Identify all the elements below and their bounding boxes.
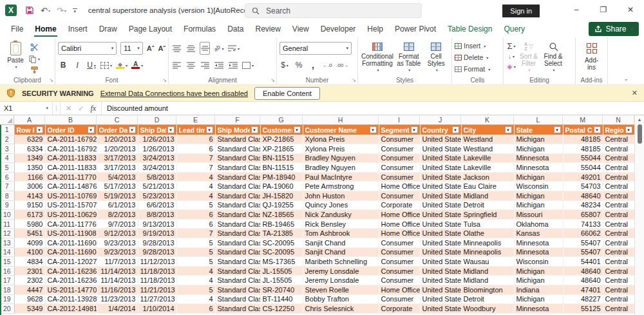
tab-view[interactable]: View: [287, 21, 315, 37]
cell[interactable]: 3/17/2013: [97, 153, 138, 163]
tab-table-design[interactable]: Table Design: [442, 21, 498, 37]
filter-dropdown-icon[interactable]: ▼: [167, 126, 175, 133]
cell[interactable]: 5: [176, 247, 215, 257]
paste-button[interactable]: Paste ▾: [3, 40, 28, 75]
cell[interactable]: Standard Class: [215, 257, 260, 267]
cell[interactable]: Standard Class: [215, 144, 260, 154]
cell[interactable]: 1/4/2014: [97, 304, 138, 314]
undo-icon[interactable]: ↶▾: [39, 5, 52, 16]
cell[interactable]: CA-2011-116904: [45, 238, 97, 248]
cell[interactable]: 4447: [14, 285, 45, 295]
cell[interactable]: Minnesota: [514, 304, 563, 314]
cell[interactable]: Standard Class: [215, 172, 260, 182]
cell[interactable]: Central: [603, 285, 634, 295]
cell[interactable]: Michigan: [514, 294, 563, 304]
enable-content-button[interactable]: Enable Content: [254, 87, 320, 100]
filter-dropdown-icon[interactable]: ▼: [370, 126, 377, 133]
cell[interactable]: 6: [176, 210, 215, 220]
cell[interactable]: JL-15505: [260, 276, 303, 285]
format-painter-button[interactable]: [28, 64, 40, 75]
tab-insert[interactable]: Insert: [62, 21, 93, 37]
table-header-cell[interactable]: Order Date▼: [97, 125, 138, 135]
filter-dropdown-icon[interactable]: ▼: [294, 126, 301, 133]
orientation-button[interactable]: ab▾: [214, 42, 224, 55]
cell[interactable]: 5349: [14, 304, 45, 314]
cell[interactable]: 9/7/2013: [97, 219, 138, 229]
search-input[interactable]: Search: [245, 3, 422, 18]
table-header-cell[interactable]: Ship Mode▼: [215, 125, 260, 135]
cell[interactable]: Jackson: [461, 172, 514, 182]
cell[interactable]: United States: [420, 219, 461, 229]
cell-styles-button[interactable]: Cell Styles ▾: [423, 40, 449, 75]
cell[interactable]: BN-11515: [260, 153, 303, 163]
customize-quick-access-icon[interactable]: ▾: [71, 8, 79, 14]
cell[interactable]: Indiana: [514, 285, 563, 295]
name-box[interactable]: X1 ▾: [0, 102, 53, 115]
column-letter-J[interactable]: J: [420, 115, 461, 124]
column-letter-A[interactable]: A: [14, 115, 45, 124]
cell[interactable]: Central: [603, 276, 634, 285]
cell[interactable]: Central: [603, 172, 634, 182]
cell[interactable]: 48185: [563, 135, 603, 144]
cell[interactable]: United States: [420, 285, 461, 295]
cell[interactable]: Central: [603, 247, 634, 257]
cell[interactable]: 48640: [563, 276, 603, 285]
cell[interactable]: 3006: [14, 182, 45, 191]
delete-cells-button[interactable]: Delete▾: [455, 52, 500, 62]
cell[interactable]: Central: [603, 182, 634, 191]
cell[interactable]: 9/23/2013: [97, 247, 138, 257]
cell[interactable]: SR-20740: [260, 285, 303, 295]
column-letter-I[interactable]: I: [379, 115, 420, 124]
column-letter-L[interactable]: L: [514, 115, 563, 124]
cell[interactable]: Missouri: [514, 210, 563, 220]
cell[interactable]: 55407: [563, 238, 603, 248]
filter-dropdown-icon[interactable]: ▼: [88, 126, 95, 133]
cell[interactable]: Midland: [461, 191, 514, 201]
cell[interactable]: Consumer: [379, 163, 420, 173]
cut-button[interactable]: [28, 42, 40, 53]
cell[interactable]: Bobby Trafton: [303, 294, 379, 304]
cell[interactable]: Consumer: [379, 247, 420, 257]
column-letter-H[interactable]: H: [303, 115, 379, 124]
cell[interactable]: PM-18940: [260, 172, 303, 182]
cell[interactable]: Standard Class: [215, 153, 260, 163]
cell[interactable]: Central: [603, 153, 634, 163]
cell[interactable]: Standard Class: [215, 285, 260, 295]
align-left-icon[interactable]: [171, 59, 182, 72]
enter-icon[interactable]: ✓: [78, 104, 84, 113]
cell[interactable]: Bradley Nguyen: [303, 163, 379, 173]
cell[interactable]: Sanjit Chand: [303, 238, 379, 248]
cell[interactable]: 1166: [14, 172, 45, 182]
table-header-cell[interactable]: Row ID▼: [14, 125, 45, 135]
cell[interactable]: Standard Class: [215, 135, 260, 144]
excel-app-icon[interactable]: X: [5, 5, 17, 16]
tab-power-pivot[interactable]: Power Pivot: [389, 21, 442, 37]
cell[interactable]: Tom Ashbrook: [303, 229, 379, 238]
cell[interactable]: 1/20/2013: [97, 135, 138, 144]
cell[interactable]: 48640: [563, 266, 603, 276]
filter-dropdown-icon[interactable]: ▼: [411, 126, 418, 133]
cell[interactable]: 66062: [563, 229, 603, 238]
column-letter-C[interactable]: C: [97, 115, 138, 124]
security-bar-close-icon[interactable]: ✕: [632, 89, 638, 97]
cell[interactable]: Central: [603, 294, 634, 304]
cell[interactable]: Standard Class: [215, 219, 260, 229]
cell[interactable]: Consumer: [379, 257, 420, 267]
wrap-text-button[interactable]: ▾: [228, 42, 240, 55]
formula-input[interactable]: Discounted amount: [102, 102, 644, 115]
cell[interactable]: CS-12250: [260, 304, 303, 314]
security-warning-link[interactable]: External Data Connections have been disa…: [100, 90, 248, 97]
cell[interactable]: 8/2/2013: [97, 210, 138, 220]
table-header-cell[interactable]: Segment▼: [379, 125, 420, 135]
cell[interactable]: JH-15820: [260, 191, 303, 201]
cell[interactable]: 5/23/2013: [138, 191, 176, 201]
tab-developer[interactable]: Developer: [315, 21, 362, 37]
column-letter-M[interactable]: M: [563, 115, 603, 124]
cell[interactable]: 4: [176, 182, 215, 191]
cell[interactable]: Minnesota: [514, 238, 563, 248]
cell[interactable]: CA-2011-167927: [45, 144, 97, 154]
cell[interactable]: Central: [603, 304, 634, 314]
tab-home[interactable]: Home: [29, 21, 62, 37]
cell[interactable]: Xylona Preis: [303, 135, 379, 144]
percent-style-button[interactable]: %: [294, 59, 304, 72]
